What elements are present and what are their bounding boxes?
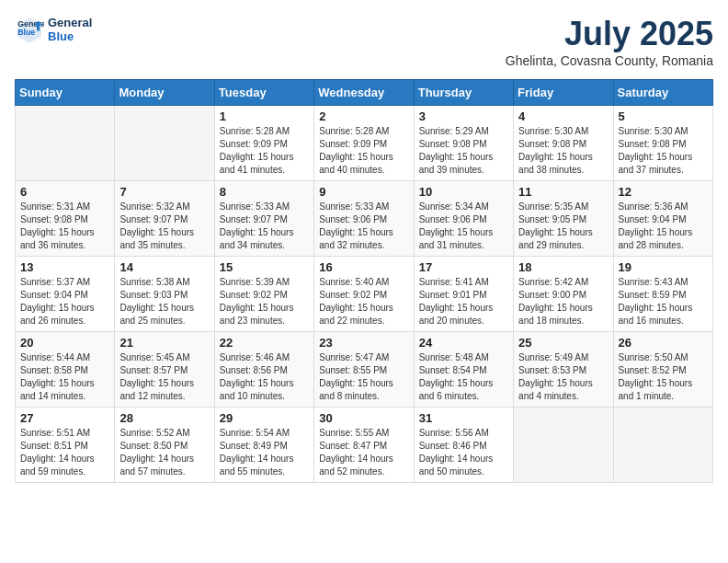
day-info: Sunrise: 5:28 AM Sunset: 9:09 PM Dayligh… [220, 125, 309, 177]
calendar-cell: 13Sunrise: 5:37 AM Sunset: 9:04 PM Dayli… [16, 257, 115, 332]
day-info: Sunrise: 5:41 AM Sunset: 9:01 PM Dayligh… [419, 276, 508, 327]
page-header: General Blue General Blue July 2025 Ghel… [15, 15, 713, 68]
day-number: 10 [419, 185, 508, 199]
calendar-cell: 30Sunrise: 5:55 AM Sunset: 8:47 PM Dayli… [314, 408, 414, 483]
calendar-cell: 16Sunrise: 5:40 AM Sunset: 9:02 PM Dayli… [314, 257, 414, 332]
day-info: Sunrise: 5:44 AM Sunset: 8:58 PM Dayligh… [20, 351, 109, 403]
calendar-cell: 28Sunrise: 5:52 AM Sunset: 8:50 PM Dayli… [115, 408, 214, 483]
day-info: Sunrise: 5:48 AM Sunset: 8:54 PM Dayligh… [419, 351, 508, 403]
day-number: 1 [220, 109, 309, 123]
day-number: 11 [518, 185, 608, 199]
day-number: 2 [319, 109, 408, 123]
calendar-cell: 5Sunrise: 5:30 AM Sunset: 9:08 PM Daylig… [613, 106, 712, 181]
day-info: Sunrise: 5:46 AM Sunset: 8:56 PM Dayligh… [220, 351, 309, 403]
calendar-cell: 1Sunrise: 5:28 AM Sunset: 9:09 PM Daylig… [214, 106, 313, 181]
calendar-week-3: 13Sunrise: 5:37 AM Sunset: 9:04 PM Dayli… [16, 257, 713, 332]
day-info: Sunrise: 5:33 AM Sunset: 9:06 PM Dayligh… [319, 201, 408, 252]
weekday-header-saturday: Saturday [613, 80, 712, 106]
day-number: 22 [220, 336, 309, 350]
day-info: Sunrise: 5:54 AM Sunset: 8:49 PM Dayligh… [220, 427, 309, 478]
day-number: 30 [319, 411, 408, 425]
day-number: 15 [220, 260, 309, 274]
day-info: Sunrise: 5:55 AM Sunset: 8:47 PM Dayligh… [319, 427, 408, 478]
weekday-header-row: SundayMondayTuesdayWednesdayThursdayFrid… [16, 80, 713, 106]
day-info: Sunrise: 5:33 AM Sunset: 9:07 PM Dayligh… [220, 201, 309, 252]
weekday-header-monday: Monday [115, 80, 214, 106]
weekday-header-wednesday: Wednesday [314, 80, 414, 106]
day-info: Sunrise: 5:32 AM Sunset: 9:07 PM Dayligh… [119, 201, 209, 252]
logo: General Blue General Blue [15, 15, 92, 44]
day-info: Sunrise: 5:30 AM Sunset: 9:08 PM Dayligh… [518, 125, 608, 177]
calendar-cell: 3Sunrise: 5:29 AM Sunset: 9:08 PM Daylig… [414, 106, 513, 181]
day-number: 26 [619, 336, 708, 350]
weekday-header-thursday: Thursday [414, 80, 513, 106]
calendar-cell: 20Sunrise: 5:44 AM Sunset: 8:58 PM Dayli… [16, 332, 115, 408]
day-info: Sunrise: 5:35 AM Sunset: 9:05 PM Dayligh… [518, 201, 608, 252]
calendar-cell [115, 106, 214, 181]
day-number: 21 [119, 336, 209, 350]
calendar-cell: 31Sunrise: 5:56 AM Sunset: 8:46 PM Dayli… [414, 408, 513, 483]
day-info: Sunrise: 5:50 AM Sunset: 8:52 PM Dayligh… [619, 351, 708, 403]
day-number: 23 [319, 336, 408, 350]
calendar-cell [613, 408, 712, 483]
day-number: 5 [619, 109, 708, 123]
calendar-cell: 27Sunrise: 5:51 AM Sunset: 8:51 PM Dayli… [16, 408, 115, 483]
day-info: Sunrise: 5:37 AM Sunset: 9:04 PM Dayligh… [20, 276, 109, 327]
day-info: Sunrise: 5:38 AM Sunset: 9:03 PM Dayligh… [119, 276, 209, 327]
title-block: July 2025 Ghelinta, Covasna County, Roma… [506, 15, 713, 68]
day-number: 20 [20, 336, 109, 350]
day-info: Sunrise: 5:52 AM Sunset: 8:50 PM Dayligh… [119, 427, 209, 478]
day-number: 16 [319, 260, 408, 274]
day-number: 6 [20, 185, 109, 199]
day-info: Sunrise: 5:40 AM Sunset: 9:02 PM Dayligh… [319, 276, 408, 327]
day-info: Sunrise: 5:29 AM Sunset: 9:08 PM Dayligh… [419, 125, 508, 177]
day-number: 18 [518, 260, 608, 274]
calendar-cell: 2Sunrise: 5:28 AM Sunset: 9:09 PM Daylig… [314, 106, 414, 181]
calendar-cell: 8Sunrise: 5:33 AM Sunset: 9:07 PM Daylig… [214, 181, 313, 257]
day-number: 9 [319, 185, 408, 199]
calendar-table: SundayMondayTuesdayWednesdayThursdayFrid… [15, 79, 713, 483]
day-number: 29 [220, 411, 309, 425]
day-number: 3 [419, 109, 508, 123]
day-info: Sunrise: 5:39 AM Sunset: 9:02 PM Dayligh… [220, 276, 309, 327]
calendar-week-1: 1Sunrise: 5:28 AM Sunset: 9:09 PM Daylig… [16, 106, 713, 181]
calendar-cell: 7Sunrise: 5:32 AM Sunset: 9:07 PM Daylig… [115, 181, 214, 257]
day-info: Sunrise: 5:30 AM Sunset: 9:08 PM Dayligh… [619, 125, 708, 177]
day-info: Sunrise: 5:36 AM Sunset: 9:04 PM Dayligh… [619, 201, 708, 252]
location-subtitle: Ghelinta, Covasna County, Romania [506, 53, 713, 68]
day-number: 4 [518, 109, 608, 123]
day-number: 19 [619, 260, 708, 274]
day-info: Sunrise: 5:34 AM Sunset: 9:06 PM Dayligh… [419, 201, 508, 252]
calendar-cell: 6Sunrise: 5:31 AM Sunset: 9:08 PM Daylig… [16, 181, 115, 257]
calendar-cell: 22Sunrise: 5:46 AM Sunset: 8:56 PM Dayli… [214, 332, 313, 408]
calendar-cell [16, 106, 115, 181]
day-number: 31 [419, 411, 508, 425]
day-number: 28 [119, 411, 209, 425]
calendar-cell: 23Sunrise: 5:47 AM Sunset: 8:55 PM Dayli… [314, 332, 414, 408]
logo-general: General [48, 16, 92, 29]
day-number: 8 [220, 185, 309, 199]
calendar-cell: 12Sunrise: 5:36 AM Sunset: 9:04 PM Dayli… [613, 181, 712, 257]
calendar-cell: 18Sunrise: 5:42 AM Sunset: 9:00 PM Dayli… [514, 257, 613, 332]
day-info: Sunrise: 5:43 AM Sunset: 8:59 PM Dayligh… [619, 276, 708, 327]
weekday-header-tuesday: Tuesday [214, 80, 313, 106]
day-info: Sunrise: 5:56 AM Sunset: 8:46 PM Dayligh… [419, 427, 508, 478]
day-number: 13 [20, 260, 109, 274]
day-info: Sunrise: 5:31 AM Sunset: 9:08 PM Dayligh… [20, 201, 109, 252]
day-info: Sunrise: 5:47 AM Sunset: 8:55 PM Dayligh… [319, 351, 408, 403]
calendar-cell: 26Sunrise: 5:50 AM Sunset: 8:52 PM Dayli… [613, 332, 712, 408]
logo-blue: Blue [48, 29, 92, 43]
day-info: Sunrise: 5:51 AM Sunset: 8:51 PM Dayligh… [20, 427, 109, 478]
day-number: 7 [119, 185, 209, 199]
calendar-cell: 17Sunrise: 5:41 AM Sunset: 9:01 PM Dayli… [414, 257, 513, 332]
calendar-cell: 29Sunrise: 5:54 AM Sunset: 8:49 PM Dayli… [214, 408, 313, 483]
day-info: Sunrise: 5:42 AM Sunset: 9:00 PM Dayligh… [518, 276, 608, 327]
calendar-week-2: 6Sunrise: 5:31 AM Sunset: 9:08 PM Daylig… [16, 181, 713, 257]
day-number: 17 [419, 260, 508, 274]
calendar-cell: 21Sunrise: 5:45 AM Sunset: 8:57 PM Dayli… [115, 332, 214, 408]
calendar-cell: 19Sunrise: 5:43 AM Sunset: 8:59 PM Dayli… [613, 257, 712, 332]
day-number: 12 [619, 185, 708, 199]
calendar-cell: 15Sunrise: 5:39 AM Sunset: 9:02 PM Dayli… [214, 257, 313, 332]
calendar-cell: 10Sunrise: 5:34 AM Sunset: 9:06 PM Dayli… [414, 181, 513, 257]
calendar-cell: 14Sunrise: 5:38 AM Sunset: 9:03 PM Dayli… [115, 257, 214, 332]
